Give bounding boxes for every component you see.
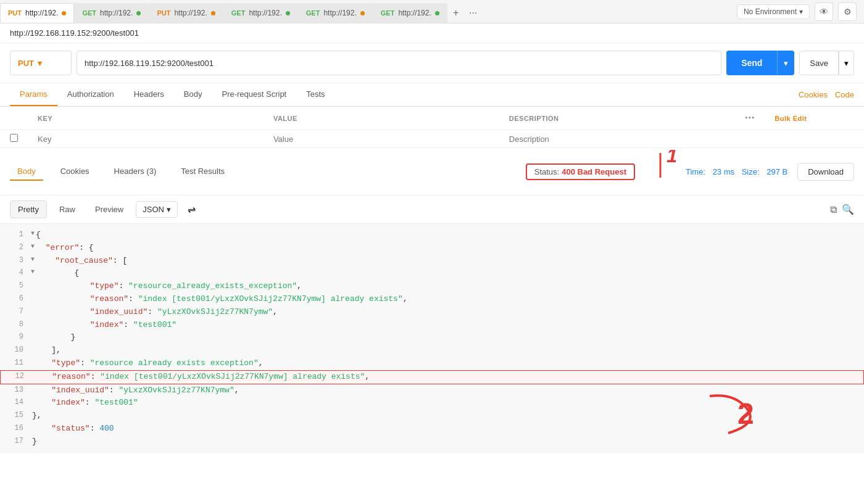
tab-5[interactable]: GET http://192. bbox=[298, 3, 373, 23]
line-number: 8 bbox=[0, 319, 31, 331]
chevron-down-icon: ▾ bbox=[38, 59, 42, 68]
breadcrumb: http://192.168.119.152:9200/test001 bbox=[0, 23, 864, 43]
send-button-group: Send ▾ bbox=[726, 51, 794, 75]
send-button[interactable]: Send bbox=[726, 51, 777, 75]
line-content: "status": 400 bbox=[32, 423, 864, 436]
response-bar: Body Cookies Headers (3) Test Results St… bbox=[0, 148, 864, 196]
line-content: "root_cause": [ bbox=[36, 255, 864, 268]
code-line-15: 15}, bbox=[0, 410, 864, 423]
code-line-10: 10 ], bbox=[0, 344, 864, 357]
code-line-16: 16 "status": 400 bbox=[0, 423, 864, 436]
format-bar: Pretty Raw Preview JSON ▾ ⇌ ⧉ 🔍 bbox=[0, 196, 864, 224]
value-input[interactable] bbox=[273, 134, 489, 144]
line-toggle[interactable]: ▼ bbox=[31, 229, 35, 239]
line-content: } bbox=[32, 436, 864, 448]
tab-body[interactable]: Body bbox=[174, 83, 212, 106]
code-line-2: 2▼ "error": { bbox=[0, 242, 864, 255]
download-button[interactable]: Download bbox=[797, 163, 854, 181]
tab-1-url: http://192. bbox=[25, 9, 58, 17]
copy-button[interactable]: ⧉ bbox=[830, 204, 837, 215]
save-button[interactable]: Save bbox=[799, 51, 839, 75]
line-number: 9 bbox=[0, 331, 31, 343]
description-header: DESCRIPTION bbox=[499, 107, 735, 130]
environment-select[interactable]: No Environment ▾ bbox=[737, 4, 810, 19]
key-header: KEY bbox=[28, 107, 264, 130]
more-tabs-button[interactable]: ··· bbox=[465, 4, 482, 22]
description-input[interactable] bbox=[509, 134, 725, 144]
method-value: PUT bbox=[18, 59, 34, 68]
tab-1-dot bbox=[62, 11, 66, 15]
send-dropdown-button[interactable]: ▾ bbox=[777, 51, 794, 75]
tab-3[interactable]: PUT http://192. bbox=[149, 3, 223, 23]
params-table: KEY VALUE DESCRIPTION ··· Bulk Edit bbox=[0, 107, 864, 148]
line-number: 14 bbox=[0, 397, 31, 408]
response-tab-body[interactable]: Body bbox=[10, 163, 43, 181]
tab-3-url: http://192. bbox=[174, 9, 207, 17]
row-checkbox[interactable] bbox=[10, 134, 18, 142]
line-number: 12 bbox=[1, 371, 31, 382]
fmt-tab-pretty[interactable]: Pretty bbox=[10, 200, 47, 218]
tab-1[interactable]: PUT http://192. bbox=[0, 3, 74, 23]
url-input[interactable] bbox=[77, 51, 721, 75]
tab-2[interactable]: GET http://192. bbox=[74, 3, 149, 23]
chevron-down-icon: ▾ bbox=[167, 205, 171, 214]
eye-icon[interactable]: 👁 bbox=[815, 2, 833, 21]
code-link[interactable]: Code bbox=[835, 90, 854, 99]
code-line-12: 12 "reason": "index [test001/yLxzXOvkSJi… bbox=[0, 370, 864, 384]
save-dropdown-button[interactable]: ▾ bbox=[839, 51, 854, 75]
tab-headers[interactable]: Headers bbox=[124, 83, 174, 106]
line-toggle[interactable]: ▼ bbox=[31, 242, 35, 252]
tab-pre-request-script[interactable]: Pre-request Script bbox=[212, 83, 296, 106]
line-number: 13 bbox=[0, 384, 31, 396]
response-tab-test-results[interactable]: Test Results bbox=[173, 163, 232, 181]
tab-5-dot bbox=[360, 11, 365, 15]
key-input[interactable] bbox=[38, 134, 254, 144]
line-number: 16 bbox=[0, 423, 31, 434]
code-line-7: 7 "index_uuid": "yLxzXOvkSJij2z77KN7ymw"… bbox=[0, 306, 864, 319]
cookies-link[interactable]: Cookies bbox=[799, 90, 828, 99]
fmt-tab-preview[interactable]: Preview bbox=[88, 201, 131, 218]
tab-bar: PUT http://192. GET http://192. PUT http… bbox=[0, 0, 729, 23]
format-icons: ⧉ 🔍 bbox=[830, 204, 854, 215]
tab-6[interactable]: GET http://192. bbox=[373, 3, 447, 23]
tab-2-dot bbox=[136, 11, 141, 15]
code-line-14: 14 "index": "test001" bbox=[0, 397, 864, 410]
tab-4[interactable]: GET http://192. bbox=[223, 3, 298, 23]
tab-authorization[interactable]: Authorization bbox=[57, 83, 124, 106]
code-line-5: 5 "type": "resource_already_exists_excep… bbox=[0, 280, 864, 293]
tab-4-method: GET bbox=[231, 9, 246, 17]
line-number: 10 bbox=[0, 344, 31, 356]
wrap-lines-button[interactable]: ⇌ bbox=[183, 201, 201, 218]
fmt-tab-raw[interactable]: Raw bbox=[52, 201, 83, 218]
top-bar: PUT http://192. GET http://192. PUT http… bbox=[0, 0, 864, 23]
bulk-edit-link[interactable]: Bulk Edit bbox=[775, 115, 807, 122]
tab-5-url: http://192. bbox=[323, 9, 356, 17]
line-toggle[interactable]: ▼ bbox=[31, 255, 35, 265]
line-content: "index_uuid": "yLxzXOvkSJij2z77KN7ymw", bbox=[32, 306, 864, 319]
code-editor-wrapper: 1▼{2▼ "error": {3▼ "root_cause": [4▼ {5 … bbox=[0, 224, 864, 453]
line-content: { bbox=[36, 267, 864, 280]
response-tab-headers[interactable]: Headers (3) bbox=[107, 163, 164, 181]
line-number: 5 bbox=[0, 280, 31, 292]
format-select[interactable]: JSON ▾ bbox=[136, 201, 178, 218]
line-content: "index": "test001" bbox=[32, 397, 864, 410]
tab-tests[interactable]: Tests bbox=[296, 83, 334, 106]
right-toolbar: No Environment ▾ 👁 ⚙ bbox=[729, 2, 864, 21]
line-number: 7 bbox=[0, 306, 31, 318]
line-number: 15 bbox=[0, 410, 31, 421]
code-editor[interactable]: 1▼{2▼ "error": {3▼ "root_cause": [4▼ {5 … bbox=[0, 224, 864, 453]
tab-params[interactable]: Params bbox=[10, 83, 57, 106]
code-line-6: 6 "reason": "index [test001/yLxzXOvkSJij… bbox=[0, 293, 864, 306]
line-number: 1 bbox=[0, 229, 31, 241]
search-button[interactable]: 🔍 bbox=[842, 204, 854, 215]
line-content: { bbox=[36, 229, 864, 242]
new-tab-button[interactable]: + bbox=[447, 4, 465, 22]
code-line-8: 8 "index": "test001" bbox=[0, 319, 864, 332]
method-select[interactable]: PUT ▾ bbox=[10, 51, 72, 75]
code-line-13: 13 "index_uuid": "yLxzXOvkSJij2z77KN7ymw… bbox=[0, 384, 864, 397]
line-number: 3 bbox=[0, 255, 31, 266]
line-toggle[interactable]: ▼ bbox=[31, 267, 35, 277]
settings-icon[interactable]: ⚙ bbox=[838, 2, 857, 21]
more-options-icon[interactable]: ··· bbox=[745, 112, 755, 124]
response-tab-cookies[interactable]: Cookies bbox=[53, 163, 97, 181]
